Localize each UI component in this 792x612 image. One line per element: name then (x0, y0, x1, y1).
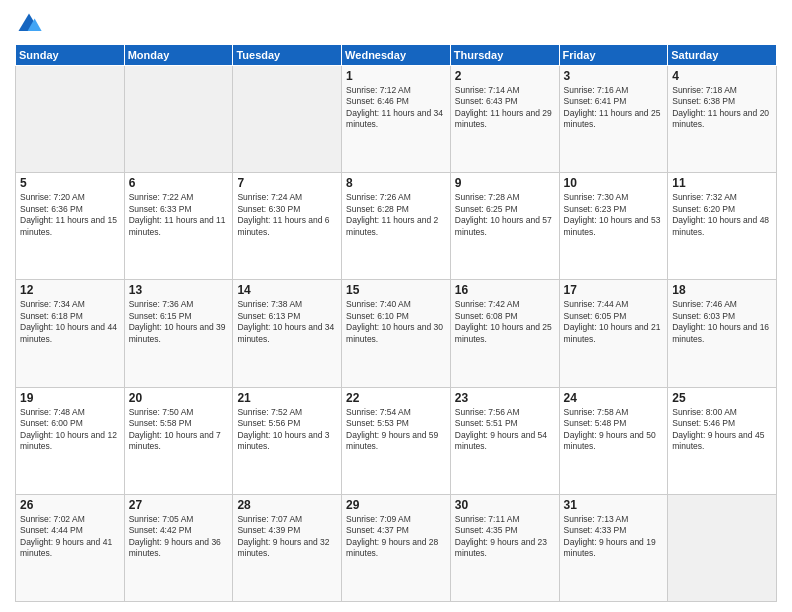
day-info: Sunrise: 7:56 AMSunset: 5:51 PMDaylight:… (455, 407, 555, 453)
day-number: 18 (672, 283, 772, 297)
day-number: 8 (346, 176, 446, 190)
day-cell: 30Sunrise: 7:11 AMSunset: 4:35 PMDayligh… (450, 494, 559, 601)
day-cell: 16Sunrise: 7:42 AMSunset: 6:08 PMDayligh… (450, 280, 559, 387)
day-info: Sunrise: 7:36 AMSunset: 6:15 PMDaylight:… (129, 299, 229, 345)
day-info: Sunrise: 7:34 AMSunset: 6:18 PMDaylight:… (20, 299, 120, 345)
day-info: Sunrise: 7:16 AMSunset: 6:41 PMDaylight:… (564, 85, 664, 131)
day-info: Sunrise: 7:20 AMSunset: 6:36 PMDaylight:… (20, 192, 120, 238)
day-cell: 18Sunrise: 7:46 AMSunset: 6:03 PMDayligh… (668, 280, 777, 387)
day-number: 25 (672, 391, 772, 405)
day-cell: 9Sunrise: 7:28 AMSunset: 6:25 PMDaylight… (450, 173, 559, 280)
day-cell: 20Sunrise: 7:50 AMSunset: 5:58 PMDayligh… (124, 387, 233, 494)
day-number: 1 (346, 69, 446, 83)
day-cell: 11Sunrise: 7:32 AMSunset: 6:20 PMDayligh… (668, 173, 777, 280)
day-number: 20 (129, 391, 229, 405)
day-cell: 29Sunrise: 7:09 AMSunset: 4:37 PMDayligh… (342, 494, 451, 601)
day-info: Sunrise: 7:54 AMSunset: 5:53 PMDaylight:… (346, 407, 446, 453)
day-cell: 12Sunrise: 7:34 AMSunset: 6:18 PMDayligh… (16, 280, 125, 387)
day-info: Sunrise: 7:18 AMSunset: 6:38 PMDaylight:… (672, 85, 772, 131)
day-cell: 14Sunrise: 7:38 AMSunset: 6:13 PMDayligh… (233, 280, 342, 387)
day-cell (16, 66, 125, 173)
week-row: 26Sunrise: 7:02 AMSunset: 4:44 PMDayligh… (16, 494, 777, 601)
day-info: Sunrise: 7:28 AMSunset: 6:25 PMDaylight:… (455, 192, 555, 238)
day-info: Sunrise: 7:40 AMSunset: 6:10 PMDaylight:… (346, 299, 446, 345)
day-cell: 21Sunrise: 7:52 AMSunset: 5:56 PMDayligh… (233, 387, 342, 494)
day-cell (668, 494, 777, 601)
day-cell: 19Sunrise: 7:48 AMSunset: 6:00 PMDayligh… (16, 387, 125, 494)
day-cell: 25Sunrise: 8:00 AMSunset: 5:46 PMDayligh… (668, 387, 777, 494)
day-number: 9 (455, 176, 555, 190)
day-info: Sunrise: 7:07 AMSunset: 4:39 PMDaylight:… (237, 514, 337, 560)
header-row: SundayMondayTuesdayWednesdayThursdayFrid… (16, 45, 777, 66)
day-cell: 27Sunrise: 7:05 AMSunset: 4:42 PMDayligh… (124, 494, 233, 601)
day-header: Monday (124, 45, 233, 66)
day-cell: 28Sunrise: 7:07 AMSunset: 4:39 PMDayligh… (233, 494, 342, 601)
day-number: 15 (346, 283, 446, 297)
day-info: Sunrise: 7:38 AMSunset: 6:13 PMDaylight:… (237, 299, 337, 345)
day-number: 2 (455, 69, 555, 83)
day-cell (124, 66, 233, 173)
day-number: 31 (564, 498, 664, 512)
day-info: Sunrise: 7:12 AMSunset: 6:46 PMDaylight:… (346, 85, 446, 131)
day-cell: 24Sunrise: 7:58 AMSunset: 5:48 PMDayligh… (559, 387, 668, 494)
day-number: 12 (20, 283, 120, 297)
day-info: Sunrise: 7:50 AMSunset: 5:58 PMDaylight:… (129, 407, 229, 453)
day-cell: 3Sunrise: 7:16 AMSunset: 6:41 PMDaylight… (559, 66, 668, 173)
day-number: 7 (237, 176, 337, 190)
day-number: 14 (237, 283, 337, 297)
day-info: Sunrise: 7:14 AMSunset: 6:43 PMDaylight:… (455, 85, 555, 131)
day-cell: 15Sunrise: 7:40 AMSunset: 6:10 PMDayligh… (342, 280, 451, 387)
day-info: Sunrise: 7:26 AMSunset: 6:28 PMDaylight:… (346, 192, 446, 238)
week-row: 12Sunrise: 7:34 AMSunset: 6:18 PMDayligh… (16, 280, 777, 387)
day-info: Sunrise: 7:13 AMSunset: 4:33 PMDaylight:… (564, 514, 664, 560)
day-info: Sunrise: 7:42 AMSunset: 6:08 PMDaylight:… (455, 299, 555, 345)
day-info: Sunrise: 7:32 AMSunset: 6:20 PMDaylight:… (672, 192, 772, 238)
day-info: Sunrise: 7:05 AMSunset: 4:42 PMDaylight:… (129, 514, 229, 560)
day-cell: 17Sunrise: 7:44 AMSunset: 6:05 PMDayligh… (559, 280, 668, 387)
day-number: 23 (455, 391, 555, 405)
day-cell: 23Sunrise: 7:56 AMSunset: 5:51 PMDayligh… (450, 387, 559, 494)
day-number: 5 (20, 176, 120, 190)
week-row: 19Sunrise: 7:48 AMSunset: 6:00 PMDayligh… (16, 387, 777, 494)
day-number: 30 (455, 498, 555, 512)
day-header: Thursday (450, 45, 559, 66)
day-info: Sunrise: 7:52 AMSunset: 5:56 PMDaylight:… (237, 407, 337, 453)
day-cell: 6Sunrise: 7:22 AMSunset: 6:33 PMDaylight… (124, 173, 233, 280)
day-cell: 2Sunrise: 7:14 AMSunset: 6:43 PMDaylight… (450, 66, 559, 173)
day-header: Sunday (16, 45, 125, 66)
day-cell: 5Sunrise: 7:20 AMSunset: 6:36 PMDaylight… (16, 173, 125, 280)
day-number: 19 (20, 391, 120, 405)
day-header: Saturday (668, 45, 777, 66)
day-cell: 8Sunrise: 7:26 AMSunset: 6:28 PMDaylight… (342, 173, 451, 280)
week-row: 5Sunrise: 7:20 AMSunset: 6:36 PMDaylight… (16, 173, 777, 280)
day-number: 6 (129, 176, 229, 190)
day-number: 22 (346, 391, 446, 405)
day-number: 16 (455, 283, 555, 297)
header (15, 10, 777, 38)
day-number: 3 (564, 69, 664, 83)
day-header: Tuesday (233, 45, 342, 66)
day-info: Sunrise: 7:11 AMSunset: 4:35 PMDaylight:… (455, 514, 555, 560)
day-header: Friday (559, 45, 668, 66)
week-row: 1Sunrise: 7:12 AMSunset: 6:46 PMDaylight… (16, 66, 777, 173)
day-number: 13 (129, 283, 229, 297)
day-cell: 7Sunrise: 7:24 AMSunset: 6:30 PMDaylight… (233, 173, 342, 280)
day-cell: 13Sunrise: 7:36 AMSunset: 6:15 PMDayligh… (124, 280, 233, 387)
logo-icon (15, 10, 43, 38)
day-info: Sunrise: 7:58 AMSunset: 5:48 PMDaylight:… (564, 407, 664, 453)
day-cell: 1Sunrise: 7:12 AMSunset: 6:46 PMDaylight… (342, 66, 451, 173)
day-cell: 10Sunrise: 7:30 AMSunset: 6:23 PMDayligh… (559, 173, 668, 280)
day-number: 27 (129, 498, 229, 512)
day-info: Sunrise: 7:09 AMSunset: 4:37 PMDaylight:… (346, 514, 446, 560)
day-info: Sunrise: 7:24 AMSunset: 6:30 PMDaylight:… (237, 192, 337, 238)
day-cell: 22Sunrise: 7:54 AMSunset: 5:53 PMDayligh… (342, 387, 451, 494)
day-number: 21 (237, 391, 337, 405)
day-number: 4 (672, 69, 772, 83)
day-header: Wednesday (342, 45, 451, 66)
day-number: 10 (564, 176, 664, 190)
day-cell: 31Sunrise: 7:13 AMSunset: 4:33 PMDayligh… (559, 494, 668, 601)
day-info: Sunrise: 7:22 AMSunset: 6:33 PMDaylight:… (129, 192, 229, 238)
page: SundayMondayTuesdayWednesdayThursdayFrid… (0, 0, 792, 612)
day-number: 11 (672, 176, 772, 190)
day-info: Sunrise: 8:00 AMSunset: 5:46 PMDaylight:… (672, 407, 772, 453)
